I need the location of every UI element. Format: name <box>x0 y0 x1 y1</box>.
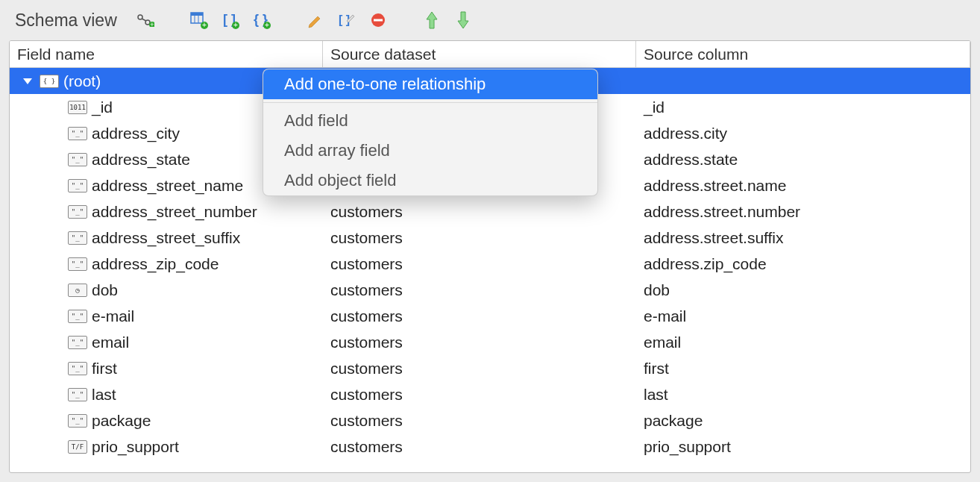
field-type-icon: "_" <box>68 414 87 428</box>
header-source-column[interactable]: Source column <box>636 41 970 67</box>
field-name-cell: e-mail <box>92 307 134 325</box>
field-name-cell: address_street_number <box>92 203 257 221</box>
source-column-cell: last <box>636 386 970 404</box>
table-row[interactable]: "_"packagecustomerspackage <box>10 407 970 434</box>
table-row[interactable]: "_"address_street_numbercustomersaddress… <box>10 198 970 225</box>
table-row[interactable]: "_"e-mailcustomerse-mail <box>10 303 970 329</box>
field-type-icon: "_" <box>68 336 87 349</box>
source-column-cell: address.street.number <box>636 203 970 221</box>
add-object-icon[interactable]: { }+ <box>251 10 272 31</box>
source-column-cell: e-mail <box>636 307 970 325</box>
svg-rect-19 <box>374 19 383 22</box>
source-column-cell: _id <box>636 98 970 116</box>
field-type-icon: "_" <box>68 231 87 245</box>
delete-icon[interactable] <box>368 10 389 31</box>
field-type-icon: "_" <box>68 257 87 271</box>
table-row[interactable]: "_"firstcustomersfirst <box>10 355 970 381</box>
add-array-icon[interactable]: [ ]+ <box>220 10 241 31</box>
table-row[interactable]: ◷dobcustomersdob <box>10 277 970 303</box>
source-column-cell: address.state <box>636 151 970 169</box>
field-name-cell: prio_support <box>92 438 179 456</box>
field-name-cell: address_city <box>92 125 180 143</box>
table-row[interactable]: "_"lastcustomerslast <box>10 381 970 407</box>
field-type-icon: "_" <box>68 127 87 140</box>
field-type-icon: T/F <box>68 440 87 454</box>
object-type-icon: { } <box>40 75 59 88</box>
field-type-icon: 1011 <box>68 101 87 114</box>
source-dataset-cell: customers <box>323 438 636 456</box>
menu-item[interactable]: Add object field <box>263 166 597 195</box>
header-source-dataset[interactable]: Source dataset <box>323 41 636 67</box>
source-dataset-cell: customers <box>323 334 636 351</box>
svg-text:+: + <box>233 21 238 29</box>
source-column-cell: package <box>636 412 970 430</box>
field-type-icon: "_" <box>68 205 87 219</box>
source-column-cell: prio_support <box>636 438 970 456</box>
source-dataset-cell: customers <box>323 229 636 247</box>
field-name-cell: package <box>92 412 151 430</box>
field-name-cell: dob <box>92 281 118 299</box>
source-dataset-cell: customers <box>323 307 636 325</box>
svg-line-2 <box>142 19 146 21</box>
field-type-icon: "_" <box>68 153 87 166</box>
table-row[interactable]: "_"address_street_suffixcustomersaddress… <box>10 225 970 251</box>
table-row[interactable]: "_"address_zip_codecustomersaddress.zip_… <box>10 251 970 277</box>
menu-separator <box>263 102 597 103</box>
field-name-cell: email <box>92 334 129 351</box>
field-name-cell: _id <box>92 98 113 116</box>
context-menu: Add one-to-one relationshipAdd fieldAdd … <box>263 69 598 196</box>
source-dataset-cell: customers <box>323 255 636 273</box>
source-column-cell: address.city <box>636 125 970 143</box>
field-type-icon: "_" <box>68 179 87 193</box>
table-row[interactable]: T/Fprio_supportcustomersprio_support <box>10 434 970 460</box>
svg-text:+: + <box>265 21 269 29</box>
source-dataset-cell: customers <box>323 386 636 404</box>
add-table-icon[interactable]: + <box>189 10 210 31</box>
field-type-icon: "_" <box>68 310 87 323</box>
table-header: Field name Source dataset Source column <box>10 41 970 68</box>
field-name-cell: address_street_name <box>92 177 243 195</box>
source-dataset-cell: customers <box>323 412 636 430</box>
menu-item[interactable]: Add one-to-one relationship <box>263 69 597 99</box>
field-name-cell: address_zip_code <box>92 255 219 273</box>
expand-icon[interactable] <box>23 78 32 84</box>
field-type-icon: "_" <box>68 388 87 401</box>
root-label: (root) <box>63 72 101 90</box>
move-down-icon[interactable] <box>453 10 474 31</box>
source-dataset-cell: customers <box>323 281 636 299</box>
source-dataset-cell: customers <box>323 360 636 378</box>
source-dataset-cell: customers <box>323 203 636 221</box>
menu-item[interactable]: Add array field <box>263 136 597 166</box>
field-name-cell: address_state <box>92 151 190 169</box>
source-column-cell: first <box>636 360 970 378</box>
header-field-name[interactable]: Field name <box>10 41 323 67</box>
source-column-cell: dob <box>636 281 970 299</box>
source-column-cell: email <box>636 334 970 351</box>
menu-item[interactable]: Add field <box>263 106 597 136</box>
field-name-cell: first <box>92 360 117 378</box>
svg-text:+: + <box>202 21 207 29</box>
schema-toolbar: Schema view + + [ ]+ { }+ [ ] <box>0 0 980 40</box>
svg-text:+: + <box>150 21 154 27</box>
schema-view-title: Schema view <box>15 10 117 31</box>
source-column-cell: address.street.name <box>636 177 970 195</box>
field-type-icon: ◷ <box>68 284 87 297</box>
source-column-cell: address.street.suffix <box>636 229 970 247</box>
add-relationship-icon[interactable]: + <box>135 10 156 31</box>
clear-icon[interactable]: [ ] <box>336 10 357 31</box>
move-up-icon[interactable] <box>421 10 442 31</box>
field-type-icon: "_" <box>68 362 87 375</box>
field-name-cell: address_street_suffix <box>92 229 240 247</box>
table-row[interactable]: "_"emailcustomersemail <box>10 329 970 355</box>
source-column-cell: address.zip_code <box>636 255 970 273</box>
field-name-cell: last <box>92 386 116 404</box>
edit-icon[interactable] <box>305 10 326 31</box>
svg-rect-6 <box>191 13 203 16</box>
